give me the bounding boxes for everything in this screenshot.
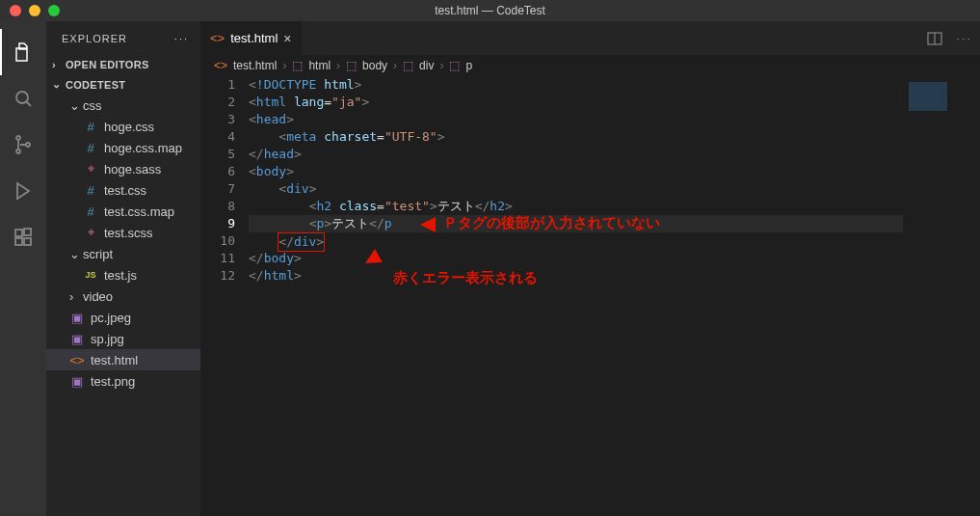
source-control-icon[interactable] bbox=[0, 122, 46, 168]
window-title: test.html — CodeTest bbox=[0, 4, 980, 17]
more-icon[interactable]: ··· bbox=[956, 31, 972, 45]
tab-test-html[interactable]: <> test.html × bbox=[200, 21, 302, 55]
svg-rect-7 bbox=[24, 229, 31, 235]
folder-css[interactable]: ⌄css bbox=[46, 95, 200, 116]
minimap[interactable] bbox=[903, 76, 980, 516]
svg-point-3 bbox=[26, 143, 30, 147]
js-file-icon: JS bbox=[83, 270, 98, 280]
search-icon[interactable] bbox=[0, 75, 46, 122]
chevron-right-icon: › bbox=[52, 59, 66, 70]
folder-video[interactable]: ›video bbox=[46, 285, 200, 307]
annotation-text: Ｐタグの後部が入力されていない bbox=[443, 214, 660, 231]
file-item[interactable]: ⌖hoge.sass bbox=[46, 158, 200, 179]
breadcrumbs[interactable]: <> test.html› ⬚html› ⬚body› ⬚div› ⬚p bbox=[200, 55, 980, 76]
tabs-bar: <> test.html × ··· bbox=[200, 21, 980, 55]
debug-icon[interactable] bbox=[0, 168, 46, 214]
scss-file-icon: ⌖ bbox=[83, 225, 98, 240]
gutter: 1 2 3 4 5 6 7 8 9 10 11 12 bbox=[200, 76, 249, 516]
minimize-window-dot[interactable] bbox=[29, 5, 40, 16]
tabspace bbox=[302, 21, 928, 55]
extensions-icon[interactable] bbox=[0, 214, 46, 260]
file-item[interactable]: JStest.js bbox=[46, 264, 200, 285]
explorer-icon[interactable] bbox=[0, 29, 46, 75]
sass-file-icon: ⌖ bbox=[83, 161, 98, 177]
close-icon[interactable]: × bbox=[283, 31, 291, 46]
titlebar: test.html — CodeTest bbox=[0, 0, 980, 21]
css-file-icon: # bbox=[83, 141, 98, 155]
split-editor-icon[interactable] bbox=[927, 31, 942, 46]
chevron-down-icon: ⌄ bbox=[69, 98, 83, 113]
file-item[interactable]: ▣test.png bbox=[46, 370, 200, 392]
css-file-icon: # bbox=[83, 204, 98, 219]
svg-rect-6 bbox=[24, 238, 31, 245]
tag-icon: ⬚ bbox=[403, 59, 413, 72]
editor-area: <> test.html × ··· <> test.html› ⬚html› … bbox=[200, 21, 980, 516]
file-item[interactable]: #test.css bbox=[46, 179, 200, 201]
minimap-content bbox=[909, 82, 947, 111]
file-item[interactable]: ▣pc.jpeg bbox=[46, 307, 200, 328]
image-file-icon: ▣ bbox=[69, 332, 85, 346]
annotation-arrow-icon bbox=[420, 217, 436, 232]
chevron-down-icon: ⌄ bbox=[69, 247, 83, 261]
explorer-label: EXPLORER bbox=[62, 33, 127, 44]
more-icon[interactable]: ··· bbox=[174, 33, 189, 44]
window-controls bbox=[0, 5, 60, 16]
html-file-icon: <> bbox=[69, 353, 85, 367]
chevron-right-icon: › bbox=[69, 289, 83, 304]
project-section[interactable]: ⌄ CODETEST bbox=[46, 74, 200, 95]
code-editor[interactable]: 1 2 3 4 5 6 7 8 9 10 11 12 <!DOCTYPE htm… bbox=[200, 76, 980, 516]
tag-icon: ⬚ bbox=[449, 59, 460, 72]
file-item[interactable]: ▣sp.jpg bbox=[46, 328, 200, 349]
html-file-icon: <> bbox=[214, 59, 227, 72]
maximize-window-dot[interactable] bbox=[48, 5, 60, 16]
file-item[interactable]: #test.css.map bbox=[46, 201, 200, 222]
svg-point-2 bbox=[16, 149, 20, 153]
svg-point-0 bbox=[16, 92, 28, 103]
sidebar-header: EXPLORER ··· bbox=[46, 21, 200, 55]
tag-icon: ⬚ bbox=[346, 59, 357, 72]
file-item-selected[interactable]: <>test.html bbox=[46, 349, 200, 370]
activity-bar bbox=[0, 21, 46, 516]
annotation-text: 赤くエラー表示される bbox=[393, 269, 538, 286]
file-item[interactable]: ⌖test.scss bbox=[46, 222, 200, 243]
error-highlight: </div> bbox=[278, 232, 325, 252]
close-window-dot[interactable] bbox=[10, 5, 21, 16]
svg-rect-4 bbox=[15, 230, 22, 236]
open-editors-section[interactable]: › OPEN EDITORS bbox=[46, 55, 200, 74]
source-lines[interactable]: <!DOCTYPE html> <html lang="ja"> <head> … bbox=[249, 76, 903, 516]
html-file-icon: <> bbox=[210, 31, 225, 45]
chevron-down-icon: ⌄ bbox=[52, 78, 66, 91]
image-file-icon: ▣ bbox=[69, 374, 85, 389]
file-item[interactable]: #hoge.css bbox=[46, 116, 200, 137]
svg-point-1 bbox=[16, 136, 20, 140]
file-item[interactable]: #hoge.css.map bbox=[46, 137, 200, 158]
sidebar: EXPLORER ··· › OPEN EDITORS ⌄ CODETEST ⌄… bbox=[46, 21, 200, 516]
svg-rect-5 bbox=[15, 238, 22, 245]
css-file-icon: # bbox=[83, 120, 98, 134]
image-file-icon: ▣ bbox=[69, 311, 85, 325]
tag-icon: ⬚ bbox=[292, 59, 303, 72]
file-tree: ⌄css #hoge.css #hoge.css.map ⌖hoge.sass … bbox=[46, 95, 200, 392]
css-file-icon: # bbox=[83, 183, 98, 198]
folder-script[interactable]: ⌄script bbox=[46, 243, 200, 264]
